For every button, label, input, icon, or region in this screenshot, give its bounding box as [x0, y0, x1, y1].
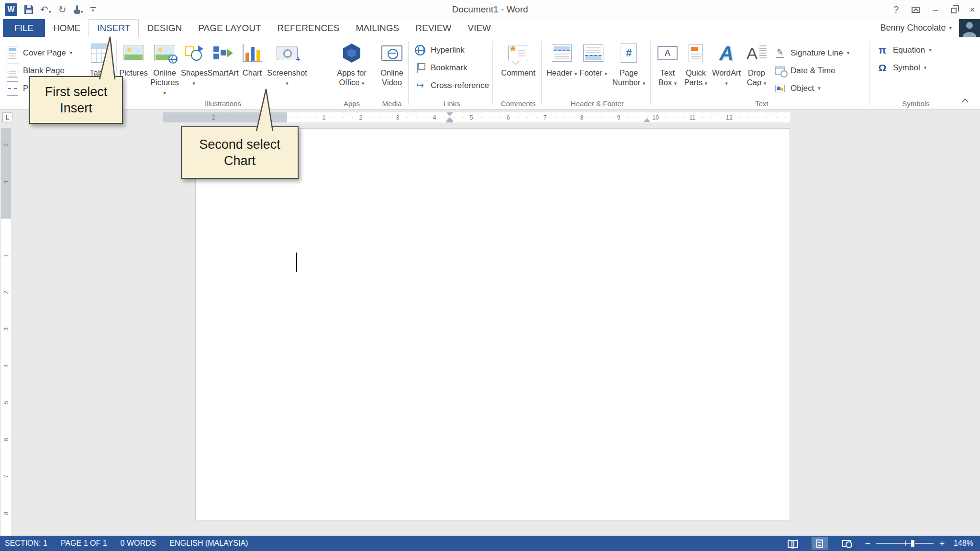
minimize-button[interactable]: – [933, 4, 938, 15]
horizontal-ruler[interactable]: 2 1 2 3 4 5 6 7 8 9 10 11 12 [163, 112, 790, 122]
group-label-header-footer: Header & Footer [544, 99, 651, 108]
tab-design[interactable]: DESIGN [139, 19, 190, 37]
web-layout-button[interactable] [838, 537, 855, 550]
ruler-number: 2 [358, 114, 364, 121]
redo-icon: ↻ [58, 5, 67, 14]
equation-icon: π [879, 45, 886, 55]
symbol-button[interactable]: Ω Symbol ▾ [873, 59, 959, 77]
equation-button[interactable]: π Equation ▾ [873, 41, 959, 59]
apps-for-office-button[interactable]: Apps for Office ▾ [331, 38, 372, 88]
text-cursor [296, 253, 297, 272]
status-bar: SECTION: 1 PAGE 1 OF 1 0 WORDS ENGLISH (… [0, 536, 980, 551]
account-menu[interactable]: Benny Chocolate ▾ [880, 19, 980, 37]
document-page[interactable] [195, 128, 790, 520]
table-button[interactable]: Table ▾ [87, 38, 116, 78]
smartart-button[interactable]: SmartArt [207, 38, 239, 77]
status-word-count[interactable]: 0 WORDS [121, 539, 156, 548]
pictures-button[interactable]: Pictures [119, 38, 148, 77]
zoom-percentage[interactable]: 148% [950, 539, 973, 548]
quick-parts-button[interactable]: Quick Parts ▾ [681, 38, 710, 88]
online-video-button[interactable]: Online Video [376, 38, 408, 87]
date-time-button[interactable]: Date & Time [770, 62, 866, 79]
screenshot-icon [277, 46, 298, 60]
collapse-ribbon-button[interactable] [962, 99, 969, 105]
zoom-slider-handle[interactable] [911, 540, 915, 547]
wordart-button[interactable]: A WordArt ▾ [710, 38, 743, 88]
first-line-indent-marker[interactable] [446, 112, 453, 116]
status-language[interactable]: ENGLISH (MALAYSIA) [169, 539, 248, 548]
tab-insert[interactable]: INSERT [89, 19, 139, 37]
ribbon-group-links: Hyperlink Bookmark ↪ Cross-reference Lin… [411, 37, 493, 109]
customize-quick-access-button[interactable]: ▾ [90, 7, 96, 12]
object-button[interactable]: Object ▾ [770, 79, 866, 97]
symbol-label: Symbol [893, 63, 920, 73]
tab-home[interactable]: HOME [45, 19, 89, 37]
tab-page-layout[interactable]: PAGE LAYOUT [190, 19, 269, 37]
quick-parts-icon [689, 44, 703, 62]
tab-references[interactable]: REFERENCES [269, 19, 348, 37]
tab-review[interactable]: REVIEW [407, 19, 459, 37]
zoom-in-button[interactable]: + [939, 539, 945, 548]
page-number-button[interactable]: # Page Number ▾ [609, 38, 649, 88]
shapes-button[interactable]: Shapes ▾ [181, 38, 207, 88]
header-button[interactable]: Header ▾ [546, 38, 578, 78]
close-button[interactable]: × [969, 4, 975, 15]
group-label-apps: Apps [330, 99, 373, 108]
ruler-number: 2 [3, 289, 9, 296]
online-pictures-button[interactable]: Online Pictures ▾ [148, 38, 181, 98]
word-window: ↗ W ↶▾ ↻ ▾ ▾ Document1 - Word ? – × FILE… [0, 0, 980, 551]
signature-line-button[interactable]: ✎ Signature Line ▾ [770, 44, 866, 62]
ribbon-display-options-button[interactable] [912, 7, 920, 13]
cover-page-button[interactable]: Cover Page ▾ [3, 44, 83, 62]
read-mode-button[interactable] [785, 537, 801, 550]
web-layout-icon [842, 540, 851, 547]
ruler-number: 3 [395, 114, 401, 121]
touch-mode-button[interactable]: ▾ [74, 5, 83, 14]
dropdown-arrow-icon: ▾ [286, 80, 289, 86]
tab-mailings[interactable]: MAILINGS [347, 19, 407, 37]
comment-spark-icon: * [510, 44, 516, 58]
vertical-ruler[interactable]: 2 1 1 2 3 4 5 6 7 8 [1, 128, 11, 536]
status-page-count[interactable]: PAGE 1 OF 1 [61, 539, 107, 548]
ruler-number: 9 [616, 114, 622, 121]
blank-page-icon [7, 64, 18, 78]
help-button[interactable]: ? [893, 4, 899, 15]
bookmark-button[interactable]: Bookmark [411, 59, 493, 77]
undo-button[interactable]: ↶▾ [40, 5, 51, 14]
hyperlink-button[interactable]: Hyperlink [411, 41, 493, 59]
footer-icon [583, 44, 603, 62]
shapes-icon [184, 44, 203, 62]
tab-view[interactable]: VIEW [459, 19, 499, 37]
bookmark-label: Bookmark [431, 63, 468, 73]
avatar[interactable] [959, 19, 980, 37]
footer-label: Footer [579, 68, 602, 77]
comment-button[interactable]: * Comment [496, 38, 540, 77]
dropdown-arrow-icon: ▾ [49, 10, 51, 14]
footer-button[interactable]: Footer ▾ [578, 38, 609, 78]
touch-mode-icon [74, 5, 80, 14]
dropdown-arrow-icon: ▾ [163, 90, 166, 96]
tab-selector[interactable]: L [2, 112, 12, 122]
dropdown-arrow-icon: ▾ [674, 80, 677, 86]
zoom-slider[interactable] [876, 543, 934, 544]
cover-page-label: Cover Page [23, 48, 66, 58]
text-box-button[interactable]: A Text Box ▾ [654, 38, 681, 88]
object-icon [775, 85, 785, 92]
drop-cap-letter: A [746, 45, 757, 61]
drop-cap-button[interactable]: A Drop Cap ▾ [743, 38, 770, 88]
wordart-label: WordArt [712, 68, 741, 77]
cross-reference-button[interactable]: ↪ Cross-reference [411, 77, 493, 94]
left-indent-marker[interactable] [446, 121, 453, 122]
chart-button[interactable]: Chart [239, 38, 265, 77]
screenshot-button[interactable]: Screenshot ▾ [265, 38, 309, 88]
hanging-indent-marker[interactable] [446, 117, 453, 121]
redo-button[interactable]: ↻ [58, 5, 67, 14]
right-indent-marker[interactable] [644, 118, 650, 122]
tab-file[interactable]: FILE [3, 19, 45, 37]
zoom-out-button[interactable]: − [865, 539, 870, 548]
status-section[interactable]: SECTION: 1 [5, 539, 47, 548]
save-button[interactable] [24, 5, 33, 14]
print-layout-button[interactable] [812, 537, 828, 550]
online-video-label: Online Video [380, 68, 403, 87]
restore-button[interactable] [951, 6, 957, 13]
